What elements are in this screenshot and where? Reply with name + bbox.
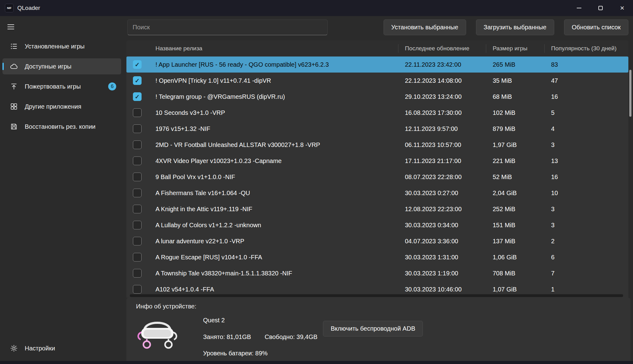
- release-popularity: 47: [551, 77, 628, 84]
- table-row[interactable]: ✓ ! OpenVPN [Tricky 1.0] v11+0.7.41 -dip…: [126, 73, 628, 89]
- release-name: A lunar adventure v22+1.0 -VRP: [155, 238, 405, 245]
- header-popularity[interactable]: Популярность (30 дней): [551, 44, 628, 53]
- table-row[interactable]: ✓ 10 Seconds v3+1.0 -VRP 16.08.2023 17:3…: [126, 105, 628, 121]
- release-updated: 30.03.2023 1:19:00: [405, 270, 493, 277]
- row-checkbox[interactable]: ✓: [133, 140, 142, 149]
- vertical-scrollbar[interactable]: [629, 40, 631, 298]
- other-apps-icon: [10, 103, 18, 111]
- sidebar-item-restore-backups[interactable]: Восстановить рез. копии: [2, 119, 121, 135]
- device-info-panel: Инфо об устройстве: Quest 2 Занято: 81,0…: [126, 298, 631, 364]
- header-checkbox-column: [126, 44, 155, 53]
- table-row[interactable]: ✓ 4XVR Video Player v10023+1.0.23 -Capna…: [126, 153, 628, 169]
- sidebar-item-settings[interactable]: Настройки: [2, 340, 121, 356]
- table-row[interactable]: ✓ A Township Tale v38320+main-1.5.1.1.38…: [126, 265, 628, 281]
- minimize-icon: [577, 8, 581, 8]
- row-checkbox[interactable]: ✓: [133, 221, 142, 229]
- row-checkbox-cell: ✓: [126, 173, 155, 181]
- row-checkbox[interactable]: ✓: [133, 108, 142, 117]
- row-checkbox-cell: ✓: [126, 253, 155, 261]
- row-checkbox[interactable]: ✓: [133, 285, 142, 294]
- row-checkbox-cell: ✓: [126, 76, 155, 85]
- table-row[interactable]: ✓ A Knight in the Attic v119+.119 -NIF 1…: [126, 201, 628, 217]
- table-row[interactable]: ✓ A Fishermans Tale v16+1.064 -QU 30.03.…: [126, 185, 628, 201]
- release-popularity: 2: [551, 238, 628, 245]
- release-updated: 08.07.2023 22:28:00: [405, 174, 493, 181]
- horizontal-scrollbar-thumb[interactable]: [130, 294, 623, 297]
- header-release-name[interactable]: Название релиза: [155, 44, 405, 53]
- release-name: 1976 v15+1.32 -NIF: [155, 125, 405, 132]
- restore-backups-icon: [10, 123, 18, 131]
- release-size: 137 MiB: [493, 238, 551, 245]
- table-row[interactable]: ✓ ! Telegram group - @VRGamesRUS (dipVR.…: [126, 89, 628, 105]
- table-row[interactable]: ✓ ! App Launcher [RUS - 56 ready - QGO c…: [126, 56, 628, 73]
- table-row[interactable]: ✓ A Lullaby of Colors v1+1.2.2 -unknown …: [126, 217, 628, 233]
- sidebar-item-installed-games[interactable]: Установленные игры: [2, 38, 121, 54]
- release-popularity: 4: [551, 125, 628, 132]
- release-updated: 22.12.2023 14:08:00: [405, 77, 493, 84]
- row-checkbox[interactable]: ✓: [133, 173, 142, 181]
- row-checkbox[interactable]: ✓: [133, 157, 142, 165]
- row-checkbox[interactable]: ✓: [133, 76, 142, 85]
- close-button[interactable]: ×: [611, 0, 633, 16]
- header-last-update[interactable]: Последнее обновление: [405, 44, 493, 53]
- minimize-button[interactable]: [568, 0, 590, 16]
- release-size: 52 MiB: [493, 174, 551, 181]
- enable-wireless-adb-button[interactable]: Включить беспроводной ADB: [323, 321, 423, 337]
- refresh-list-button[interactable]: Обновить список: [564, 19, 628, 35]
- row-checkbox-cell: ✓: [126, 221, 155, 229]
- table-row[interactable]: ✓ 1976 v15+1.32 -NIF 12.11.2023 9:57:00 …: [126, 121, 628, 137]
- row-checkbox-cell: ✓: [126, 108, 155, 117]
- release-size: 1,06 GiB: [493, 254, 551, 261]
- release-updated: 30.03.2023 0:27:00: [405, 190, 493, 197]
- sidebar-item-other-apps[interactable]: Другие приложения: [2, 98, 121, 115]
- release-popularity: 1: [551, 286, 628, 293]
- row-checkbox[interactable]: ✓: [133, 237, 142, 245]
- row-checkbox[interactable]: ✓: [133, 124, 142, 133]
- table-header: Название релиза Последнее обновление Раз…: [126, 40, 628, 56]
- release-size: 151 MiB: [493, 222, 551, 229]
- table-row[interactable]: ✓ 9 Ball Pool Vrx v1+1.0.0 -NIF 08.07.20…: [126, 169, 628, 185]
- device-storage: Занято: 81,01GB Свободно: 39,4GB: [203, 333, 317, 341]
- sidebar-nav: Установленные игры Доступные игры Пожерт…: [2, 38, 121, 139]
- search-input[interactable]: [127, 19, 328, 35]
- maximize-button[interactable]: [590, 0, 611, 16]
- release-name: 2MD - VR Football Unleashed ALLSTAR v300…: [155, 141, 405, 149]
- releases-table: Название релиза Последнее обновление Раз…: [126, 40, 628, 298]
- settings-label: Настройки: [25, 345, 55, 352]
- titlebar: NIF QLoader ×: [0, 0, 633, 16]
- release-popularity: 16: [551, 93, 628, 100]
- release-size: 102 MiB: [493, 109, 551, 116]
- row-checkbox[interactable]: ✓: [133, 253, 142, 261]
- gear-icon: [10, 344, 18, 352]
- window-bottom-edge: [0, 361, 633, 364]
- row-checkbox[interactable]: ✓: [133, 92, 142, 101]
- vertical-scrollbar-thumb[interactable]: [629, 70, 631, 117]
- row-checkbox[interactable]: ✓: [133, 189, 142, 197]
- release-size: 68 MiB: [493, 93, 551, 100]
- sidebar-item-label: Другие приложения: [25, 103, 81, 110]
- table-row[interactable]: ✓ A Rogue Escape [RUS] v104+1.0 -FFA 30.…: [126, 249, 628, 265]
- sidebar-item-donate-games[interactable]: Пожертвовать игры 6: [2, 78, 121, 94]
- sidebar-item-available-games[interactable]: Доступные игры: [2, 58, 121, 74]
- release-popularity: 16: [551, 174, 628, 181]
- release-name: A Knight in the Attic v119+.119 -NIF: [155, 206, 405, 213]
- device-panel-title: Инфо об устройстве:: [136, 303, 196, 310]
- row-checkbox[interactable]: ✓: [133, 205, 142, 213]
- release-updated: 29.10.2023 13:24:00: [405, 93, 493, 100]
- row-checkbox[interactable]: ✓: [133, 269, 142, 278]
- release-popularity: 5: [551, 109, 628, 116]
- release-popularity: 3: [551, 206, 628, 213]
- table-row[interactable]: ✓ 2MD - VR Football Unleashed ALLSTAR v3…: [126, 137, 628, 153]
- horizontal-scrollbar[interactable]: [130, 294, 623, 297]
- header-game-size[interactable]: Размер игры: [493, 44, 551, 53]
- release-name: A Township Tale v38320+main-1.5.1.1.3832…: [155, 270, 405, 277]
- table-row[interactable]: ✓ A lunar adventure v22+1.0 -VRP 04.07.2…: [126, 233, 628, 249]
- release-popularity: 3: [551, 141, 628, 149]
- row-checkbox[interactable]: ✓: [133, 60, 142, 69]
- app-icon-text: NIF: [7, 6, 12, 10]
- hamburger-menu-button[interactable]: [7, 23, 15, 31]
- install-selected-button[interactable]: Установить выбранные: [384, 19, 466, 35]
- download-selected-button[interactable]: Загрузить выбранные: [476, 19, 554, 35]
- checkmark-icon: ✓: [135, 61, 140, 68]
- release-popularity: 13: [551, 157, 628, 165]
